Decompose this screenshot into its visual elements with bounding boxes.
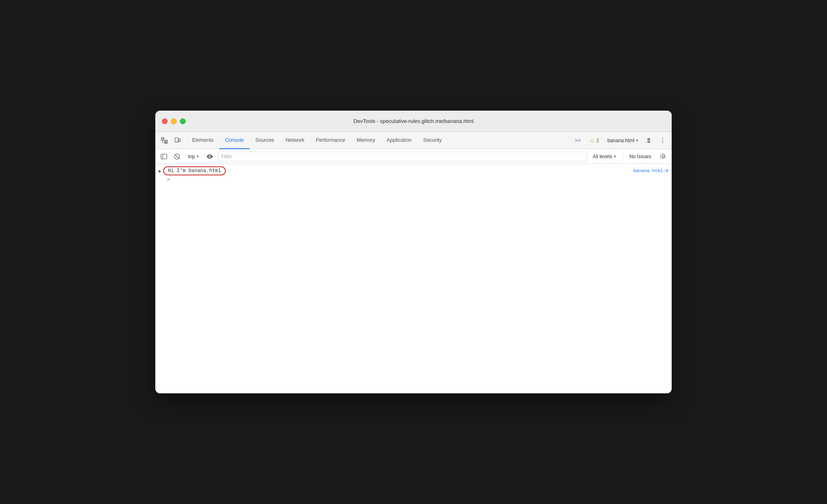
log-levels-selector[interactable]: All levels ▾: [589, 153, 619, 160]
console-message-row: ▶ Hi I'm banana.html banana.html:8: [155, 166, 672, 176]
no-issues-label: No Issues: [629, 154, 651, 159]
tabbar-left-icons: [159, 135, 183, 146]
tab-sources[interactable]: Sources: [250, 132, 280, 149]
traffic-lights: [162, 118, 186, 124]
levels-dropdown-chevron-icon: ▾: [614, 154, 616, 159]
tab-security[interactable]: Security: [418, 132, 448, 149]
maximize-button[interactable]: [180, 118, 186, 124]
tabbar: Elements Console Sources Network Perform…: [155, 132, 672, 149]
warning-icon: ⚠: [590, 137, 595, 143]
warning-badge[interactable]: ⚠ 2: [586, 136, 602, 145]
svg-rect-5: [161, 154, 167, 159]
minimize-button[interactable]: [171, 118, 177, 124]
console-source-link[interactable]: banana.html:8: [633, 168, 668, 173]
levels-label: All levels: [593, 154, 612, 159]
console-expand-arrow[interactable]: ▶: [159, 168, 161, 174]
console-prompt-arrow[interactable]: >: [167, 177, 170, 183]
svg-line-8: [175, 154, 179, 158]
console-expand-row: >: [155, 176, 672, 184]
svg-rect-3: [179, 139, 180, 142]
toolbar-divider: [623, 152, 623, 161]
window-title: DevTools - speculative-rules.glitch.me/b…: [353, 118, 473, 124]
svg-point-4: [176, 141, 177, 141]
filter-area: [218, 152, 587, 161]
file-dropdown-chevron-icon: ▾: [636, 138, 638, 143]
console-content: ▶ Hi I'm banana.html banana.html:8 >: [155, 164, 672, 393]
console-toolbar: top ▾ All levels ▾ No Issues: [155, 149, 672, 164]
inspect-element-icon[interactable]: [159, 135, 170, 146]
tab-memory[interactable]: Memory: [351, 132, 381, 149]
device-toolbar-icon[interactable]: [172, 135, 183, 146]
devtools-settings-button[interactable]: [643, 135, 654, 146]
tab-console[interactable]: Console: [219, 132, 250, 149]
tab-performance[interactable]: Performance: [310, 132, 351, 149]
tabbar-right-controls: >> ⚠ 2 banana.html ▾ ⋮: [571, 135, 668, 146]
clear-console-button[interactable]: [172, 151, 182, 162]
close-button[interactable]: [162, 118, 168, 124]
more-tabs-button[interactable]: >>: [571, 135, 584, 146]
customize-devtools-button[interactable]: ⋮: [657, 135, 668, 146]
warning-count: 2: [596, 138, 599, 143]
devtools-window: DevTools - speculative-rules.glitch.me/b…: [155, 111, 672, 393]
file-name-label: banana.html: [607, 138, 634, 143]
kebab-menu-icon: ⋮: [659, 136, 666, 144]
tab-elements[interactable]: Elements: [186, 132, 219, 149]
console-settings-button[interactable]: [657, 151, 668, 162]
context-selector[interactable]: top ▾: [185, 153, 202, 160]
context-dropdown-chevron-icon: ▾: [197, 154, 199, 159]
titlebar: DevTools - speculative-rules.glitch.me/b…: [155, 111, 672, 132]
context-label: top: [188, 154, 195, 159]
live-expressions-button[interactable]: [204, 151, 215, 162]
no-issues-indicator: No Issues: [626, 153, 654, 160]
toggle-sidebar-button[interactable]: [159, 151, 169, 162]
file-selector[interactable]: banana.html ▾: [605, 137, 641, 144]
console-message-text: Hi I'm banana.html: [163, 166, 226, 175]
filter-input[interactable]: [218, 152, 587, 161]
tab-application[interactable]: Application: [381, 132, 417, 149]
tab-network[interactable]: Network: [280, 132, 310, 149]
